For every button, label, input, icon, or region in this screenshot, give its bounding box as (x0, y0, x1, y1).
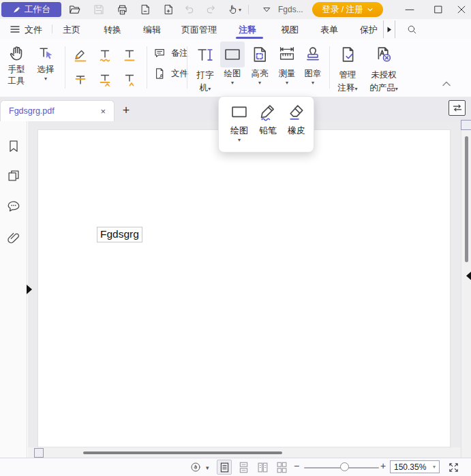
quill-icon (12, 5, 22, 14)
popup-eraser-button[interactable]: 橡皮 (283, 102, 310, 137)
drawing-label: 绘图 (219, 68, 245, 80)
redo-button[interactable] (202, 1, 219, 18)
view-mode-caret-icon[interactable]: ▾ (206, 464, 209, 471)
pdf-page[interactable]: Fgdsgrg (37, 129, 451, 447)
zoom-level-combobox[interactable]: 150.35% ▾ (390, 460, 440, 473)
zoom-in-button[interactable]: + (378, 460, 388, 471)
swap-arrows-icon (452, 103, 463, 113)
measure-button[interactable]: 测量 ▾ (274, 42, 300, 86)
close-window-button[interactable] (453, 1, 470, 18)
menu-bar: 文件 主页 转换 编辑 页面管理 注释 视图 表单 保护 (0, 19, 471, 39)
workspace-button[interactable]: 工作台 (1, 2, 61, 17)
hamburger-icon[interactable] (10, 25, 20, 33)
maximize-button[interactable] (429, 1, 447, 18)
new-tab-button[interactable]: + (119, 103, 134, 118)
left-triangle-icon (466, 271, 471, 281)
status-bar: ▾ − + 150.35% ▾ (0, 458, 471, 476)
menu-view[interactable]: 视图 (281, 24, 299, 36)
bookmarks-panel-button[interactable] (6, 139, 21, 154)
typewriter-icon (192, 42, 218, 67)
pages-panel-button[interactable] (6, 169, 21, 184)
document-tab[interactable]: Fgdsgrg.pdf × (0, 100, 115, 121)
select-tool-button[interactable]: 选择 ▾ (31, 42, 60, 82)
squiggly-underline-button[interactable] (95, 45, 115, 65)
toggle-panels-button[interactable] (449, 100, 466, 116)
highlight-area-button[interactable]: 高亮 ▾ (247, 42, 273, 86)
strikethrough-text-button[interactable] (70, 69, 91, 90)
popup-drawing-label: 绘图 (226, 125, 253, 137)
hand-tool-button[interactable]: 手型 工具 (3, 42, 30, 87)
menu-convert[interactable]: 转换 (104, 24, 121, 36)
touch-mode-caret-icon: ▾ (239, 7, 241, 13)
ribbon-toolbar: 手型 工具 选择 ▾ (0, 39, 471, 97)
popup-drawing-button[interactable]: 绘图 ▾ (226, 102, 253, 143)
open-file-button[interactable] (65, 1, 83, 18)
save-button[interactable] (90, 1, 108, 18)
unauthorized-product-button[interactable]: 未授权 的产品▾ (364, 42, 404, 94)
note-button[interactable]: 备注 (153, 46, 188, 60)
unauthorized-product-label: 未授权 的产品 (369, 70, 397, 93)
horizontal-scrollbar[interactable] (28, 447, 461, 458)
popup-eraser-label: 橡皮 (283, 125, 310, 137)
attachments-panel-button[interactable] (6, 230, 21, 245)
document-viewer[interactable]: Fgdsgrg (28, 121, 461, 447)
attach-file-button[interactable]: 文件 (153, 67, 188, 80)
menu-form[interactable]: 表单 (320, 24, 338, 36)
menu-file[interactable]: 文件 (25, 24, 42, 36)
facing-continuous-view-button[interactable] (274, 460, 289, 475)
page-text-annotation[interactable]: Fgdsgrg (97, 227, 142, 242)
expand-sidebar-handle[interactable] (27, 285, 32, 294)
menu-comment[interactable]: 注释 (239, 24, 256, 36)
search-icon[interactable] (406, 24, 418, 35)
scrollbar-top-box[interactable] (461, 120, 471, 130)
single-page-view-button[interactable] (217, 460, 232, 475)
close-document-button[interactable] (136, 1, 154, 18)
undo-button[interactable] (180, 1, 198, 18)
comments-panel-button[interactable] (6, 199, 21, 214)
unauthorized-product-icon (364, 42, 404, 67)
stamp-label: 图章 (300, 68, 326, 80)
zoom-slider-thumb[interactable] (340, 462, 349, 471)
replace-text-button[interactable] (95, 69, 115, 90)
zoom-out-button[interactable]: − (292, 460, 301, 471)
vertical-scrollbar[interactable] (461, 121, 471, 458)
vertical-scrollbar-thumb[interactable] (465, 136, 468, 262)
measure-label: 测量 (274, 68, 300, 80)
popup-pencil-button[interactable]: 铅笔 (254, 102, 282, 137)
underline-text-button[interactable] (119, 45, 140, 65)
facing-view-button[interactable] (255, 460, 270, 475)
menu-home[interactable]: 主页 (63, 24, 80, 36)
pdf-editor-window: 工作台 ▾ Fgds... (0, 0, 471, 476)
minimize-button[interactable] (401, 1, 419, 18)
highlight-text-button[interactable] (70, 45, 91, 65)
horizontal-scrollbar-thumb[interactable] (83, 451, 282, 454)
typewriter-caret-icon: ▾ (208, 86, 211, 92)
expand-right-panel-handle[interactable] (466, 271, 471, 281)
insert-text-button[interactable] (119, 69, 140, 90)
new-document-button[interactable] (159, 1, 177, 18)
menu-edit[interactable]: 编辑 (143, 24, 161, 36)
menu-overflow-button[interactable] (383, 20, 395, 38)
login-register-button[interactable]: 登录 / 注册 (312, 2, 383, 17)
menu-page-management[interactable]: 页面管理 (181, 24, 217, 36)
close-tab-icon[interactable]: × (100, 106, 106, 116)
titlebar-divider (248, 5, 249, 14)
typewriter-button[interactable]: 打字 机▾ (192, 42, 218, 94)
manage-comments-button[interactable]: 管理 注释▾ (333, 42, 363, 94)
print-button[interactable] (113, 1, 131, 18)
collapse-ribbon-button[interactable] (442, 80, 451, 87)
active-tab-underline (236, 37, 263, 39)
zoom-combobox-caret-icon[interactable]: ▾ (433, 464, 436, 470)
drawing-button[interactable]: 绘图 ▾ (219, 42, 245, 86)
notification-chevron-button[interactable] (258, 1, 275, 18)
popup-drawing-caret-icon: ▾ (226, 137, 253, 143)
view-mode-button[interactable] (188, 460, 203, 475)
fullscreen-button[interactable] (445, 460, 461, 475)
scrollbar-corner-box[interactable] (34, 448, 44, 458)
drawing-tools-popup: 绘图 ▾ 铅笔 橡皮 (218, 96, 314, 153)
navigation-sidebar (0, 121, 27, 458)
stamp-button[interactable]: 图章 ▾ (300, 42, 326, 86)
menu-protect[interactable]: 保护 (360, 24, 378, 36)
touch-mode-button[interactable]: ▾ (222, 1, 245, 18)
continuous-view-button[interactable] (236, 460, 251, 475)
